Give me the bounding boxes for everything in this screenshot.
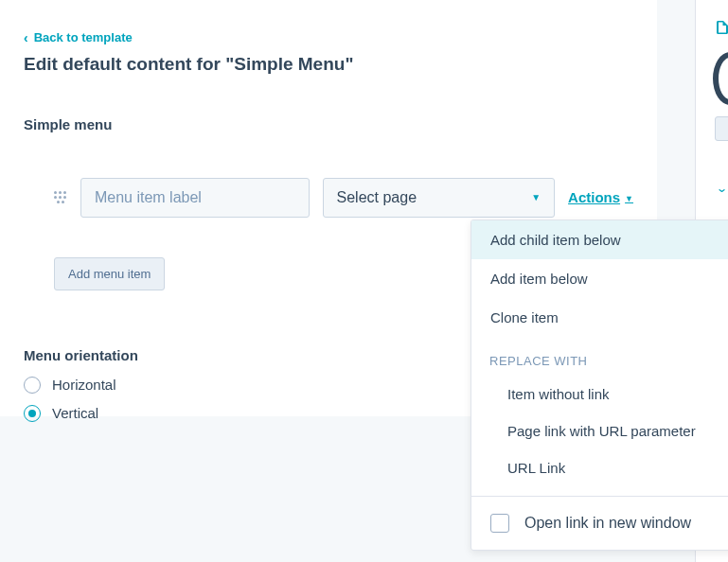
page-title: Edit default content for "Simple Menu"	[24, 54, 633, 75]
radio-horizontal-label: Horizontal	[52, 377, 116, 393]
select-page-dropdown[interactable]: Select page ▼	[323, 178, 556, 218]
preview-circle	[713, 52, 728, 105]
dropdown-item-without-link[interactable]: Item without link	[471, 376, 728, 413]
section-label: Simple menu	[24, 116, 633, 132]
back-link[interactable]: ‹ Back to template	[24, 30, 133, 44]
chevron-down-icon[interactable]: ⌄	[716, 182, 728, 195]
dropdown-replace-header: REPLACE WITH	[471, 337, 728, 376]
open-new-window-label: Open link in new window	[524, 515, 691, 532]
menu-item-row: Select page ▼ Actions ▼	[54, 178, 633, 218]
actions-dropdown: Add child item below Add item below Clon…	[471, 220, 728, 551]
select-page-label: Select page	[337, 189, 417, 206]
radio-icon	[24, 377, 41, 394]
actions-label: Actions	[568, 189, 620, 205]
rail-button[interactable]	[715, 116, 728, 141]
dropdown-clone[interactable]: Clone item	[471, 298, 728, 337]
dropdown-add-below[interactable]: Add item below	[471, 259, 728, 298]
dropdown-add-child[interactable]: Add child item below	[471, 220, 728, 259]
add-menu-item-button[interactable]: Add menu item	[54, 257, 165, 290]
chevron-left-icon: ‹	[24, 31, 28, 44]
actions-trigger[interactable]: Actions ▼	[568, 189, 633, 205]
dropdown-url-link[interactable]: URL Link	[471, 449, 728, 486]
drag-handle-icon[interactable]	[54, 185, 67, 210]
open-new-window-row[interactable]: Open link in new window	[471, 497, 728, 550]
radio-vertical-label: Vertical	[52, 405, 98, 421]
caret-down-icon: ▼	[531, 192, 541, 202]
caret-down-icon: ▼	[625, 194, 633, 203]
radio-icon	[24, 405, 41, 422]
menu-item-label-input[interactable]	[80, 178, 310, 218]
back-link-label: Back to template	[34, 30, 133, 44]
checkbox-icon[interactable]	[490, 514, 509, 533]
document-icon	[717, 21, 728, 34]
dropdown-page-link-param[interactable]: Page link with URL parameter	[471, 413, 728, 449]
